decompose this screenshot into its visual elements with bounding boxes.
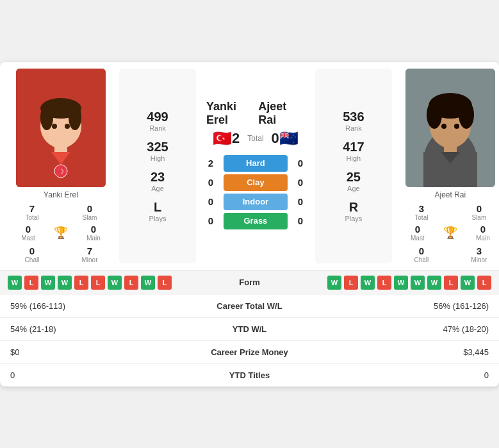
stats-row: $0 Career Prize Money $3,445 <box>0 340 499 363</box>
left-form-badge: W <box>108 276 122 290</box>
right-mast-label: Mast <box>396 235 439 242</box>
surface-row-indoor: 0 Indoor 0 <box>203 194 308 210</box>
left-slam-label: Slam <box>64 214 115 221</box>
surface-badge-indoor: Indoor <box>224 194 288 210</box>
left-age-label: Age <box>151 185 165 192</box>
right-form-badge: L <box>444 276 458 290</box>
left-form-badge: W <box>141 276 155 290</box>
right-chall-val: 0 <box>396 245 447 256</box>
left-mast-label: Mast <box>6 235 50 242</box>
match-section: Yanki Erel Ajeet Rai 🇹🇷 2 Total 0 🇳🇿 2 H… <box>200 69 311 263</box>
top-section: ☽ Yanki Erel 7 Total 0 Slam 0 Mast <box>0 62 499 270</box>
left-total-val: 7 <box>6 203 58 214</box>
surface-badge-grass: Grass <box>224 213 288 229</box>
right-form: WLWLWWWLWL <box>273 276 492 290</box>
stat-right-val: 56% (161-126) <box>334 295 499 318</box>
left-form-badge: L <box>124 276 138 290</box>
left-trophy-row: 0 Mast 🏆 0 Main <box>6 224 115 242</box>
right-center-stats: 536 Rank 417 High 25 Age R Plays <box>315 69 392 263</box>
form-label: Form <box>231 278 269 287</box>
left-form-badge: L <box>74 276 88 290</box>
right-player-block: Ajeet Rai 3 Total 0 Slam 0 Mast 🏆 0 <box>396 69 499 263</box>
left-plays-val: L <box>149 200 167 215</box>
stats-row: 54% (21-18) YTD W/L 47% (18-20) <box>0 317 499 340</box>
surface-badge-clay: Clay <box>224 174 288 191</box>
surface-left-score: 2 <box>203 158 218 169</box>
surface-right-score: 0 <box>293 215 308 226</box>
right-age-block: 25 Age <box>347 170 361 192</box>
left-chall-val: 0 <box>6 245 58 256</box>
right-main-label: Main <box>461 235 499 242</box>
left-minor-val: 7 <box>64 245 115 256</box>
left-plays-label: Plays <box>149 215 167 222</box>
surface-row-clay: 0 Clay 0 <box>203 174 308 191</box>
left-center-stats: 499 Rank 325 High 23 Age L Plays <box>119 69 196 263</box>
left-form-badge: L <box>24 276 38 290</box>
right-player-photo <box>405 69 495 187</box>
svg-point-8 <box>52 124 57 129</box>
stat-left-val: 54% (21-18) <box>0 317 165 340</box>
stats-row: 0 YTD Titles 0 <box>0 363 499 386</box>
right-bottom-stats: 0 Chall 3 Minor <box>396 245 499 263</box>
total-label: Total <box>247 134 263 143</box>
left-total-score: 2 <box>232 130 240 147</box>
right-player-stats: 3 Total 0 Slam <box>396 203 499 221</box>
surface-right-score: 0 <box>293 158 308 169</box>
right-minor-val: 3 <box>454 245 499 256</box>
svg-point-23 <box>454 124 459 129</box>
surface-right-score: 0 <box>293 196 308 207</box>
stat-label: Career Prize Money <box>165 340 334 363</box>
stat-right-val: 0 <box>334 363 499 386</box>
left-form-badge: W <box>8 276 22 290</box>
right-minor-label: Minor <box>454 256 499 263</box>
comparison-card: ☽ Yanki Erel 7 Total 0 Slam 0 Mast <box>0 62 499 386</box>
stat-left-val: $0 <box>0 340 165 363</box>
right-rank-block: 536 Rank <box>343 110 364 132</box>
left-high-label: High <box>147 154 168 162</box>
right-mast-val: 0 <box>396 224 439 235</box>
surface-rows: 2 Hard 0 0 Clay 0 0 Indoor 0 0 Grass 0 <box>203 153 308 232</box>
left-form-badge: W <box>41 276 55 290</box>
left-high-val: 325 <box>147 140 168 154</box>
right-plays-block: R Plays <box>345 200 362 222</box>
svg-text:☽: ☽ <box>58 168 64 175</box>
right-form-badge: W <box>461 276 475 290</box>
surface-row-hard: 2 Hard 0 <box>203 155 308 172</box>
surface-left-score: 0 <box>203 215 218 226</box>
left-chall-label: Chall <box>6 256 58 263</box>
stat-label: Career Total W/L <box>165 295 334 318</box>
right-form-badge: L <box>377 276 391 290</box>
svg-point-9 <box>65 124 70 129</box>
left-high-block: 325 High <box>147 140 168 162</box>
svg-point-22 <box>441 124 446 129</box>
surface-badge-hard: Hard <box>224 155 288 172</box>
svg-point-21 <box>436 99 462 112</box>
left-player-photo: ☽ <box>16 69 106 187</box>
right-main-val: 0 <box>461 224 499 235</box>
left-age-val: 23 <box>151 170 165 185</box>
stat-label: YTD W/L <box>165 317 334 340</box>
right-form-badge: W <box>361 276 375 290</box>
left-flag: 🇹🇷 <box>213 129 232 147</box>
left-player-stats: 7 Total 0 Slam <box>6 203 115 221</box>
left-mast-val: 0 <box>6 224 50 235</box>
right-chall-label: Chall <box>396 256 447 263</box>
left-plays-block: L Plays <box>149 200 167 222</box>
left-main-val: 0 <box>72 224 115 235</box>
right-high-val: 417 <box>343 140 364 154</box>
right-form-badge: L <box>344 276 358 290</box>
svg-point-7 <box>69 104 81 130</box>
right-trophy-icon: 🏆 <box>443 226 457 240</box>
left-rank-label: Rank <box>147 124 168 132</box>
stat-right-val: 47% (18-20) <box>334 317 499 340</box>
right-player-name: Ajeet Rai <box>435 190 466 199</box>
surface-right-score: 0 <box>293 177 308 188</box>
left-form-badge: L <box>91 276 105 290</box>
right-form-badge: W <box>394 276 408 290</box>
stat-right-val: $3,445 <box>334 340 499 363</box>
right-form-badge: W <box>411 276 425 290</box>
left-bottom-stats: 0 Chall 7 Minor <box>6 245 115 263</box>
right-total-val: 3 <box>396 203 447 214</box>
stat-left-val: 59% (166-113) <box>0 295 165 318</box>
right-slam-label: Slam <box>454 214 499 221</box>
